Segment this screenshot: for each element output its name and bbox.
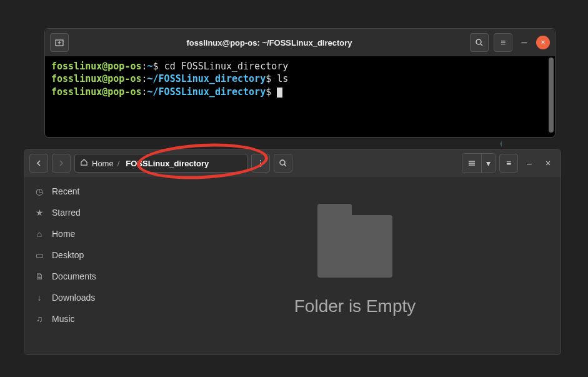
- clock-icon: ◷: [34, 186, 44, 196]
- breadcrumb-current[interactable]: FOSSLinux_directory: [123, 158, 211, 169]
- svg-line-4: [481, 44, 482, 46]
- prompt-path: ~/FOSSLinux_directory: [147, 86, 266, 98]
- breadcrumb-separator: /: [117, 159, 120, 168]
- terminal-search-button[interactable]: [470, 33, 489, 52]
- prompt-path: ~: [147, 61, 153, 72]
- nav-forward-button[interactable]: [52, 154, 71, 173]
- terminal-command: cd FOSSLinux_directory: [164, 61, 289, 72]
- downloads-icon: ↓: [34, 293, 44, 303]
- prompt-user: fosslinux@pop-os: [51, 73, 142, 84]
- list-view-button[interactable]: [462, 154, 481, 173]
- sidebar-item-documents[interactable]: 🗎 Documents: [24, 266, 149, 287]
- sidebar-item-label: Desktop: [52, 250, 84, 260]
- files-headerbar: Home / FOSSLinux_directory ⋮ ▾ ≡ – ×: [24, 149, 561, 177]
- terminal-titlebar: fosslinux@pop-os: ~/FOSSLinux_directory …: [45, 29, 555, 56]
- files-minimize-button[interactable]: –: [522, 156, 537, 171]
- files-window: Home / FOSSLinux_directory ⋮ ▾ ≡ – × ◷ R…: [24, 149, 561, 355]
- sidebar-item-label: Documents: [52, 271, 96, 281]
- desktop-icon: ▭: [34, 250, 44, 260]
- terminal-line: fosslinux@pop-os:~/FOSSLinux_directory$ …: [51, 73, 549, 85]
- view-mode-group: ▾: [462, 153, 496, 173]
- terminal-menu-button[interactable]: ≡: [494, 33, 512, 52]
- home-icon: ⌂: [34, 229, 44, 239]
- star-icon: ★: [34, 208, 44, 218]
- svg-line-6: [284, 164, 286, 166]
- prompt-path: ~/FOSSLinux_directory: [147, 73, 266, 84]
- sidebar-item-label: Starred: [52, 208, 81, 218]
- sidebar-item-music[interactable]: ♫ Music: [24, 308, 149, 329]
- sidebar-item-label: Recent: [52, 186, 79, 196]
- files-sidebar: ◷ Recent ★ Starred ⌂ Home ▭ Desktop 🗎 Do…: [24, 177, 149, 354]
- sidebar-item-label: Music: [52, 314, 75, 324]
- sidebar-item-starred[interactable]: ★ Starred: [24, 202, 149, 223]
- terminal-window: fosslinux@pop-os: ~/FOSSLinux_directory …: [44, 28, 556, 138]
- files-menu-button[interactable]: ≡: [499, 154, 518, 173]
- files-search-button[interactable]: [274, 154, 292, 173]
- svg-point-3: [476, 39, 481, 44]
- terminal-command: ls: [277, 73, 288, 84]
- view-dropdown-button[interactable]: ▾: [481, 154, 495, 173]
- terminal-minimize-button[interactable]: –: [517, 36, 531, 49]
- breadcrumb-home[interactable]: Home: [92, 159, 114, 168]
- files-content-area[interactable]: Folder is Empty: [149, 177, 561, 354]
- path-menu-button[interactable]: ⋮: [251, 154, 270, 173]
- nav-back-button[interactable]: [29, 154, 48, 173]
- new-tab-button[interactable]: [50, 33, 69, 52]
- prompt-user: fosslinux@pop-os: [51, 86, 142, 98]
- sidebar-item-recent[interactable]: ◷ Recent: [24, 181, 149, 202]
- documents-icon: 🗎: [34, 271, 44, 281]
- music-icon: ♫: [34, 314, 44, 324]
- terminal-content[interactable]: fosslinux@pop-os:~$ cd FOSSLinux_directo…: [45, 56, 555, 137]
- terminal-line: fosslinux@pop-os:~/FOSSLinux_directory$: [51, 86, 549, 98]
- prompt-user: fosslinux@pop-os: [51, 61, 142, 72]
- files-close-button[interactable]: ×: [541, 156, 556, 171]
- sidebar-item-label: Home: [52, 229, 75, 239]
- sidebar-item-downloads[interactable]: ↓ Downloads: [24, 287, 149, 308]
- terminal-close-button[interactable]: ×: [536, 36, 550, 49]
- terminal-scrollbar[interactable]: [549, 58, 554, 133]
- terminal-title: fosslinux@pop-os: ~/FOSSLinux_directory: [74, 38, 465, 48]
- svg-point-5: [280, 160, 285, 165]
- empty-folder-label: Folder is Empty: [294, 296, 416, 316]
- terminal-cursor: [277, 88, 282, 98]
- sidebar-item-desktop[interactable]: ▭ Desktop: [24, 244, 149, 266]
- empty-folder-icon: [317, 215, 392, 278]
- home-icon: [80, 158, 88, 168]
- breadcrumb[interactable]: Home / FOSSLinux_directory: [74, 154, 247, 173]
- sidebar-item-home[interactable]: ⌂ Home: [24, 223, 149, 244]
- sidebar-item-label: Downloads: [52, 293, 95, 303]
- terminal-line: fosslinux@pop-os:~$ cd FOSSLinux_directo…: [51, 60, 549, 73]
